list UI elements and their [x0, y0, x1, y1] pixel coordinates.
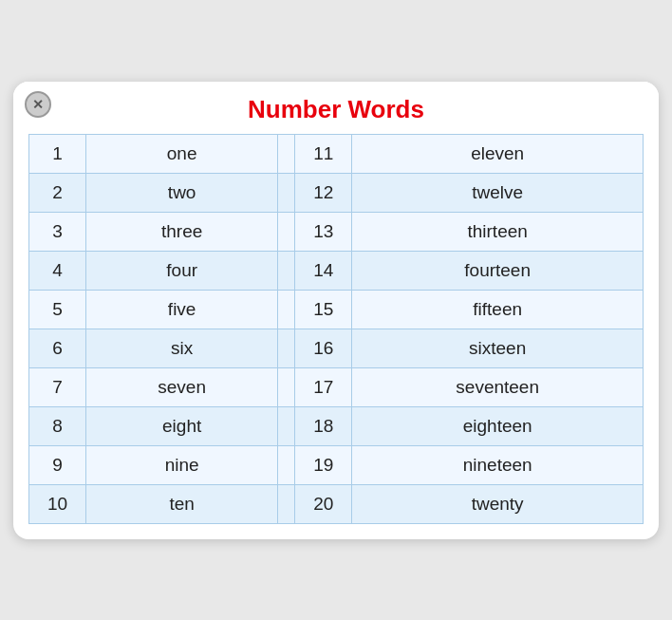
gap-cell — [278, 367, 295, 406]
word-right: thirteen — [352, 212, 644, 251]
gap-cell — [278, 445, 295, 484]
table-row: 4four 14fourteen — [29, 251, 644, 290]
word-right: eleven — [352, 134, 644, 173]
number-left: 4 — [29, 251, 86, 290]
word-left: five — [86, 290, 278, 329]
page-title: Number Words — [13, 82, 659, 134]
word-right: seventeen — [352, 367, 644, 406]
gap-cell — [278, 173, 295, 212]
table-row: 5five 15fifteen — [29, 290, 644, 329]
word-left: nine — [86, 445, 278, 484]
number-left: 1 — [29, 134, 86, 173]
word-right: fifteen — [352, 290, 644, 329]
word-left: eight — [86, 406, 278, 445]
table-row: 3three 13thirteen — [29, 212, 644, 251]
number-left: 2 — [29, 173, 86, 212]
word-left: seven — [86, 367, 278, 406]
table-row: 8eight 18eighteen — [29, 406, 644, 445]
gap-cell — [278, 484, 295, 523]
number-right: 19 — [295, 445, 352, 484]
number-right: 12 — [295, 173, 352, 212]
word-right: twelve — [352, 173, 644, 212]
table-row: 7seven 17seventeen — [29, 367, 644, 406]
word-left: three — [86, 212, 278, 251]
word-right: eighteen — [352, 406, 644, 445]
gap-cell — [278, 290, 295, 329]
number-left: 3 — [29, 212, 86, 251]
number-left: 10 — [29, 484, 86, 523]
number-right: 16 — [295, 329, 352, 367]
number-right: 18 — [295, 406, 352, 445]
word-right: sixteen — [352, 329, 644, 367]
gap-cell — [278, 329, 295, 367]
number-right: 17 — [295, 367, 352, 406]
word-left: four — [86, 251, 278, 290]
number-left: 6 — [29, 329, 86, 367]
word-right: twenty — [352, 484, 644, 523]
number-right: 13 — [295, 212, 352, 251]
word-left: ten — [86, 484, 278, 523]
gap-cell — [278, 251, 295, 290]
word-left: two — [86, 173, 278, 212]
number-right: 15 — [295, 290, 352, 329]
main-window: ✕ Number Words 1one 11eleven2two 12twelv… — [13, 82, 659, 539]
table-container: 1one 11eleven2two 12twelve3three 13thirt… — [13, 134, 659, 539]
table-row: 10ten 20twenty — [29, 484, 644, 523]
gap-cell — [278, 406, 295, 445]
number-right: 14 — [295, 251, 352, 290]
number-left: 8 — [29, 406, 86, 445]
word-right: nineteen — [352, 445, 644, 484]
table-row: 1one 11eleven — [29, 134, 644, 173]
number-words-table: 1one 11eleven2two 12twelve3three 13thirt… — [28, 134, 644, 524]
word-left: six — [86, 329, 278, 367]
table-row: 2two 12twelve — [29, 173, 644, 212]
number-right: 20 — [295, 484, 352, 523]
number-left: 7 — [29, 367, 86, 406]
number-right: 11 — [295, 134, 352, 173]
number-left: 5 — [29, 290, 86, 329]
number-left: 9 — [29, 445, 86, 484]
gap-cell — [278, 134, 295, 173]
word-left: one — [86, 134, 278, 173]
word-right: fourteen — [352, 251, 644, 290]
table-row: 6six 16sixteen — [29, 329, 644, 367]
close-button[interactable]: ✕ — [25, 91, 51, 118]
table-row: 9nine 19nineteen — [29, 445, 644, 484]
gap-cell — [278, 212, 295, 251]
